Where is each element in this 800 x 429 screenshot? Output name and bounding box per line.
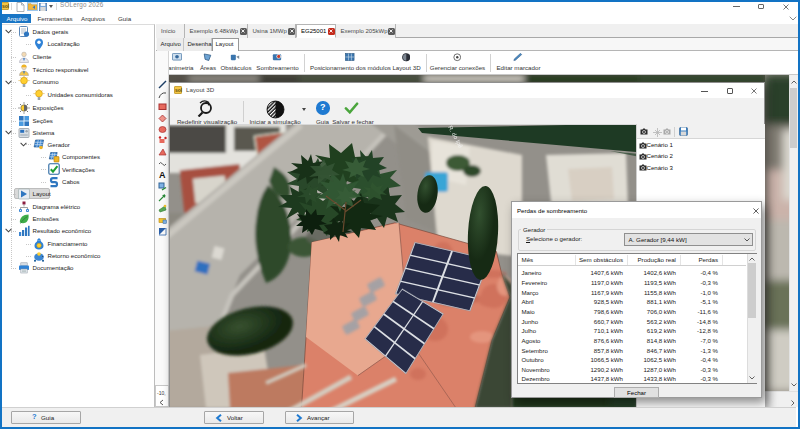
svg-text:A: A xyxy=(159,170,166,179)
